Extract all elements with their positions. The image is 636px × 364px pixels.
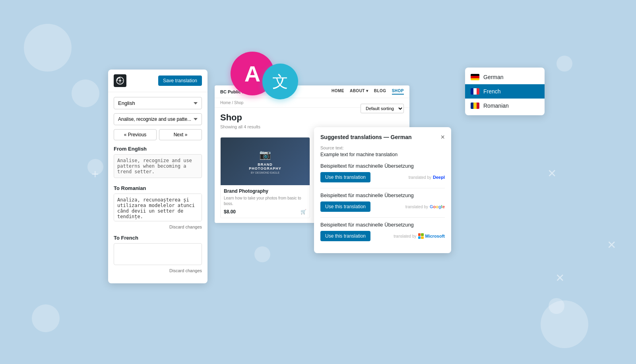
deco-circle-8 [541, 300, 588, 348]
shop-title: Shop [220, 112, 260, 123]
suggestion-text-deepl: Beispieltext für maschinelle Übersetzung [320, 163, 445, 169]
microsoft-logo [418, 233, 424, 239]
from-english-label: From English [114, 146, 202, 152]
deco-circle-2 [72, 79, 99, 107]
language-select[interactable]: English [114, 97, 202, 109]
brand-product-name: Brand Photography [224, 188, 306, 194]
google-brand: Google [430, 204, 445, 209]
next-button[interactable]: Next » [159, 129, 202, 140]
deco-circle-5 [549, 298, 564, 314]
source-label: Source text: [320, 145, 445, 150]
provider-deepl-label: translated by Deepl [409, 175, 445, 180]
flag-romanian [471, 103, 479, 109]
shop-nav-links: HOME ABOUT ▾ BLOG SHOP [332, 89, 404, 95]
deco-cross-2: ✕ [555, 271, 564, 285]
nav-buttons: « Previous Next » [114, 129, 202, 140]
use-translation-microsoft-button[interactable]: Use this translation [320, 231, 370, 241]
flag-german [471, 74, 479, 80]
to-french-label: To French [114, 235, 202, 241]
brand-price: $8.00 [224, 209, 236, 215]
lang-item-french[interactable]: French [465, 84, 545, 99]
deco-circle-4 [254, 246, 270, 262]
deco-circle-7 [556, 56, 572, 72]
nav-about[interactable]: ABOUT ▾ [350, 89, 368, 95]
deco-circle-3 [87, 159, 103, 175]
brand-photo-title: BRANDPHOTOGRAPHY [249, 163, 281, 170]
source-text-area: Analise, recognize and use patterns when… [114, 154, 202, 178]
string-select[interactable]: Analise, recognize and use patte... [114, 113, 202, 125]
separator-1 [320, 188, 445, 188]
deco-circle-6 [32, 304, 60, 332]
use-translation-google-button[interactable]: Use this translation [320, 201, 370, 212]
brand-photo-sub: BY DESMOND EAGLE [251, 171, 279, 174]
suggestion-item-microsoft: Beispieltext für maschinelle Übersetzung… [320, 222, 445, 241]
translated-by-deepl: translated by [409, 175, 431, 180]
suggestion-actions-google: Use this translation translated by Googl… [320, 201, 445, 212]
language-dropdown: German French Romanian [465, 68, 545, 115]
suggestion-text-microsoft: Beispieltext für maschinelle Übersetzung [320, 222, 445, 228]
lang-label-romanian: Romanian [483, 103, 509, 109]
discard-romanian[interactable]: Discard changes [114, 225, 202, 229]
brand-product-info: Brand Photography Learn how to take your… [221, 185, 310, 218]
brand-photo-image: 📷 BRANDPHOTOGRAPHY BY DESMOND EAGLE [221, 137, 310, 185]
to-romanian-label: To Romanian [114, 185, 202, 191]
flag-french [471, 88, 479, 95]
wordpress-logo [114, 74, 126, 87]
suggestion-actions-microsoft: Use this translation translated by Micro… [320, 231, 445, 241]
source-text-value: Example text for machine translation [320, 152, 445, 157]
brand-product-desc: Learn how to take your photos from basic… [224, 196, 306, 207]
french-textarea[interactable] [114, 243, 202, 265]
lang-label-french: French [483, 88, 501, 95]
translated-by-google: translated by [405, 205, 428, 209]
brand-cart-icon[interactable]: 🛒 [301, 209, 306, 215]
suggestion-item-deepl: Beispieltext für maschinelle Übersetzung… [320, 163, 445, 182]
suggestion-item-google: Beispieltext für maschinelle Übersetzung… [320, 192, 445, 212]
editor-header: Save translation [108, 70, 207, 92]
save-translation-button[interactable]: Save translation [158, 76, 202, 86]
shop-showing: Showing all 4 results [220, 124, 260, 129]
suggestions-panel: Suggested translations — German × Source… [314, 127, 451, 253]
provider-google-label: translated by Google [405, 204, 445, 209]
separator-2 [320, 217, 445, 218]
nav-blog[interactable]: BLOG [374, 89, 386, 95]
translated-by-microsoft: translated by [394, 234, 416, 238]
editor-panel: Save translation English Analise, recogn… [108, 70, 207, 283]
lang-item-german[interactable]: German [465, 70, 545, 84]
camera-icon: 📷 [259, 149, 271, 160]
use-translation-deepl-button[interactable]: Use this translation [320, 172, 370, 182]
suggestion-actions-deepl: Use this translation translated by Deepl [320, 172, 445, 182]
suggestion-text-google: Beispieltext für maschinelle Übersetzung [320, 192, 445, 198]
nav-shop[interactable]: SHOP [392, 89, 404, 95]
microsoft-brand: Microsoft [425, 234, 445, 238]
deco-circle-1 [24, 24, 72, 72]
deco-cross-1: ✕ [547, 167, 556, 180]
lang-label-german: German [483, 74, 504, 80]
discard-french[interactable]: Discard changes [114, 268, 202, 273]
previous-button[interactable]: « Previous [114, 129, 157, 140]
deco-cross-3: ✕ [607, 238, 616, 252]
bubble-translate: 文 [262, 64, 298, 99]
suggestions-header: Suggested translations — German × [320, 134, 445, 141]
provider-microsoft-label: translated by Microsoft [394, 233, 445, 239]
sort-select[interactable]: Default sorting [361, 104, 404, 113]
nav-home[interactable]: HOME [332, 89, 344, 95]
suggestions-title: Suggested translations — German [320, 134, 412, 140]
romanian-textarea[interactable]: Analiza, recunoașterea și utilizarea mod… [114, 194, 202, 221]
deco-plus-1: + [91, 167, 99, 182]
close-suggestions-button[interactable]: × [440, 134, 445, 141]
brand-price-row: $8.00 🛒 [224, 209, 306, 215]
deepl-brand: Deepl [433, 175, 445, 180]
lang-item-romanian[interactable]: Romanian [465, 99, 545, 113]
product-card-brand: 📷 BRANDPHOTOGRAPHY BY DESMOND EAGLE Bran… [220, 137, 310, 218]
